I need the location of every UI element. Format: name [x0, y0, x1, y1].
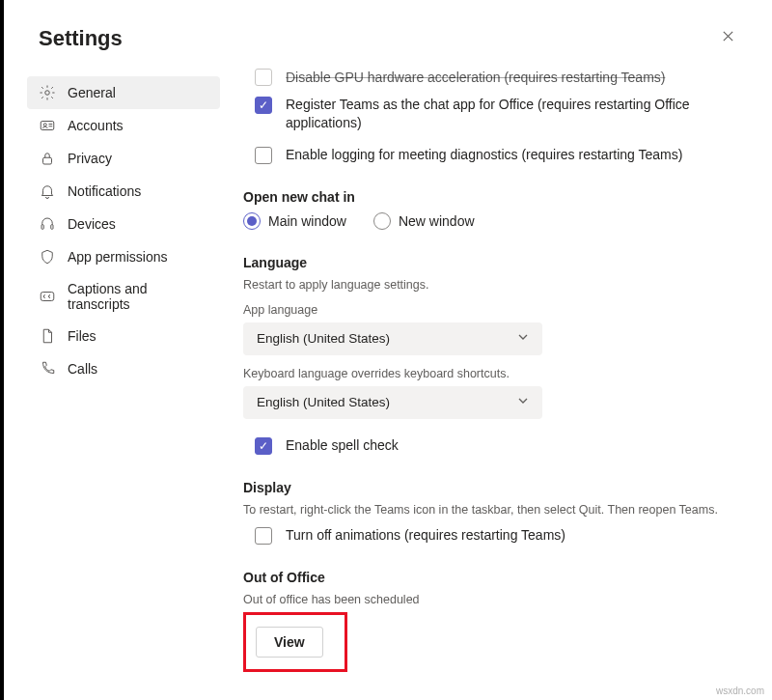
sidebar-label: Notifications: [68, 183, 141, 199]
highlight-box: View: [243, 612, 347, 672]
sidebar-label: General: [68, 85, 116, 100]
keyboard-language-label: Keyboard language overrides keyboard sho…: [243, 367, 741, 380]
option-label: Turn off animations (requires restarting…: [286, 526, 565, 545]
sidebar-item-notifications[interactable]: Notifications: [27, 175, 220, 208]
sidebar-item-files[interactable]: Files: [27, 320, 220, 352]
sidebar-item-privacy[interactable]: Privacy: [27, 142, 220, 175]
view-button[interactable]: View: [256, 627, 323, 658]
svg-rect-6: [41, 293, 54, 301]
svg-rect-3: [43, 157, 52, 164]
radio-icon: [243, 212, 261, 230]
sidebar-item-accounts[interactable]: Accounts: [27, 109, 220, 142]
section-language-sub: Restart to apply language settings.: [243, 278, 741, 292]
option-spellcheck: Enable spell check: [243, 436, 741, 455]
checkbox-enable-logging[interactable]: [255, 147, 272, 164]
sidebar-item-calls[interactable]: Calls: [27, 352, 220, 385]
watermark: wsxdn.com: [716, 686, 764, 696]
sidebar-label: Calls: [68, 361, 97, 377]
page-title: Settings: [39, 26, 123, 51]
checkbox-spellcheck[interactable]: [255, 437, 272, 455]
option-label: Enable logging for meeting diagnostics (…: [286, 146, 682, 164]
sidebar-item-captions[interactable]: Captions and transcripts: [27, 273, 220, 320]
option-turn-off-animations: Turn off animations (requires restarting…: [243, 526, 741, 545]
settings-sidebar: General Accounts Privacy Notifications D…: [27, 69, 220, 672]
settings-content: Disable GPU hardware acceleration (requi…: [243, 69, 749, 672]
radio-label: Main window: [268, 213, 346, 229]
app-language-label: App language: [243, 303, 741, 317]
option-label: Disable GPU hardware acceleration (requi…: [286, 70, 665, 85]
section-open-chat-title: Open new chat in: [243, 189, 741, 205]
svg-rect-5: [51, 225, 53, 230]
chevron-down-icon: [517, 395, 529, 409]
option-disable-gpu: Disable GPU hardware acceleration (requi…: [243, 69, 741, 86]
section-ooo-sub: Out of office has been scheduled: [243, 593, 741, 606]
sidebar-item-devices[interactable]: Devices: [27, 208, 220, 240]
checkbox-disable-gpu[interactable]: [255, 69, 272, 86]
radio-label: New window: [399, 213, 475, 229]
select-value: English (United States): [257, 331, 390, 346]
option-label: Register Teams as the chat app for Offic…: [286, 96, 741, 132]
sidebar-label: Files: [68, 328, 96, 344]
close-icon: [721, 29, 735, 43]
sidebar-label: Captions and transcripts: [68, 281, 208, 312]
file-icon: [39, 327, 56, 345]
option-label: Enable spell check: [286, 436, 399, 455]
gear-icon: [39, 84, 56, 101]
close-button[interactable]: [715, 23, 741, 53]
lock-icon: [39, 150, 56, 167]
select-value: English (United States): [257, 395, 390, 409]
chevron-down-icon: [517, 331, 529, 346]
section-display-title: Display: [243, 480, 741, 495]
svg-point-2: [43, 124, 46, 126]
radio-new-window[interactable]: New window: [373, 212, 475, 230]
svg-rect-1: [41, 122, 54, 130]
app-language-select[interactable]: English (United States): [243, 322, 542, 355]
radio-icon: [373, 212, 391, 230]
sidebar-item-app-permissions[interactable]: App permissions: [27, 240, 220, 273]
section-ooo-title: Out of Office: [243, 570, 741, 585]
section-display-sub: To restart, right-click the Teams icon i…: [243, 503, 741, 517]
shield-icon: [39, 248, 56, 266]
checkbox-register-teams[interactable]: [255, 97, 272, 114]
radio-main-window[interactable]: Main window: [243, 212, 346, 230]
checkbox-animations[interactable]: [255, 527, 272, 545]
sidebar-item-general[interactable]: General: [27, 76, 220, 109]
keyboard-language-select[interactable]: English (United States): [243, 386, 542, 419]
option-register-teams: Register Teams as the chat app for Offic…: [243, 96, 741, 132]
section-language-title: Language: [243, 255, 741, 270]
phone-icon: [39, 360, 56, 378]
option-enable-logging: Enable logging for meeting diagnostics (…: [243, 146, 741, 164]
headset-icon: [39, 215, 56, 233]
sidebar-label: Privacy: [68, 151, 112, 166]
sidebar-label: Accounts: [68, 118, 124, 133]
captions-icon: [39, 288, 56, 305]
sidebar-label: Devices: [68, 216, 116, 232]
svg-rect-4: [41, 225, 43, 230]
svg-point-0: [45, 91, 50, 96]
sidebar-label: App permissions: [68, 249, 168, 265]
id-card-icon: [39, 117, 56, 134]
bell-icon: [39, 182, 56, 200]
